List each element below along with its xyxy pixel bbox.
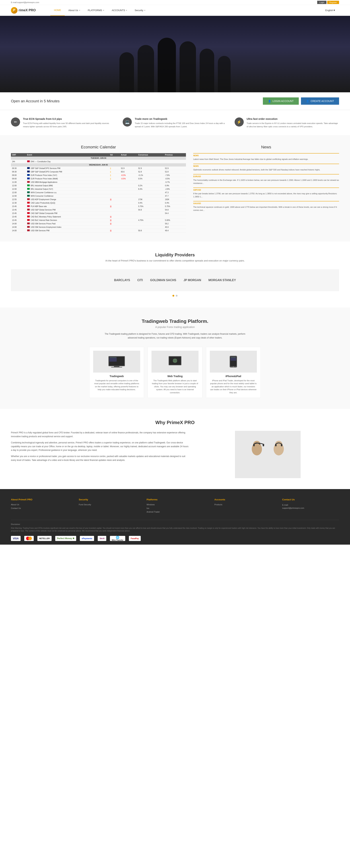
flag-cad3 bbox=[27, 216, 30, 217]
tw-mobile-image bbox=[210, 351, 257, 373]
table-row: 09:00 EUR Producer Price Index (YoY)||-8… bbox=[11, 174, 186, 177]
col-previous: Previous bbox=[164, 153, 186, 157]
svg-rect-3 bbox=[111, 367, 122, 367]
carousel-dots bbox=[11, 295, 339, 297]
feature-trade-text: Trade 15 major indices contracts includi… bbox=[135, 122, 227, 128]
footer-columns: About PrimeX PRO About Us Contact Us Sec… bbox=[11, 498, 339, 515]
tw-title: Tradingweb Trading Platform. bbox=[11, 318, 339, 324]
footer-link-products[interactable]: Products bbox=[214, 503, 271, 506]
table-row: WEDNESDAY, JUN 05 bbox=[11, 163, 186, 166]
why-para-2: Combining technological ingenuity and at… bbox=[11, 441, 189, 452]
table-row: 12:55 USD ADP Employment Change|||173K19… bbox=[11, 198, 186, 201]
flag-gbp bbox=[27, 167, 30, 169]
table-row: 13:45 USD S&P Global Services PMI54.854.… bbox=[11, 208, 186, 212]
liquidity-carousel: BARCLAYS CITI GOLDMAN SACHS JP MORGAN MO… bbox=[11, 269, 339, 291]
tw-description: The Tradingweb trading platform is desig… bbox=[102, 332, 248, 340]
flag-usd5 bbox=[27, 226, 30, 228]
create-account-button[interactable]: 👤 CREATE ACCOUNT bbox=[301, 97, 339, 105]
lp-provider-4: JP MORGAN bbox=[183, 279, 201, 282]
footer-link-android[interactable]: Android Trader bbox=[147, 511, 203, 513]
table-row: 09:00 EUR Producer Price Index (MoM)||-0… bbox=[11, 177, 186, 181]
dot-1[interactable] bbox=[172, 295, 174, 297]
create-icon: 👤 bbox=[306, 100, 309, 102]
table-row: 14:00 USD ISM Services PMI|||50.849.4 bbox=[11, 229, 186, 232]
login-account-button[interactable]: 👤 LOGIN ACCOUNT bbox=[263, 97, 299, 105]
hero-banner bbox=[0, 16, 350, 92]
account-title: Open an Account in 5 Minutes bbox=[11, 99, 60, 103]
footer-link-windows[interactable]: Windows bbox=[147, 503, 203, 506]
features-section: ✏ True ECN Spreads from 0.0 pips True EC… bbox=[0, 110, 350, 136]
mc-orange-circle bbox=[28, 537, 32, 540]
table-row: 13:45 PLN NBP Base rate|||5.75%5.75% bbox=[11, 205, 186, 208]
disclaimer-text: Risk Warning: Trading Forex and CFDs inv… bbox=[11, 527, 339, 532]
why-section: Why PrimeX PRO PrimeX PRO is a fully reg… bbox=[0, 409, 350, 489]
news-item-1: NEWS Latest news from Wall Street: The D… bbox=[193, 153, 339, 161]
table-row: TUESDAY, JUN 04 bbox=[11, 157, 186, 160]
table-row: 24h DKK — Constitution Day bbox=[11, 160, 186, 163]
execution-icon: ⚡ bbox=[235, 118, 244, 127]
flag-usd3 bbox=[27, 209, 30, 211]
why-title: Why PrimeX PRO bbox=[11, 420, 339, 425]
feature-execution-text: Trade servers in the Equinix in NY & Lon… bbox=[246, 122, 339, 128]
dot-2[interactable] bbox=[176, 295, 178, 297]
logo[interactable]: P rimeX PRO bbox=[11, 7, 36, 14]
news-item-2: NEWS Optimistic economic outlook drives … bbox=[193, 164, 339, 171]
news-section: News NEWS Latest news from Wall Street: … bbox=[193, 145, 339, 232]
feature-ecn-text: True ECN Pricing with added liquidity fr… bbox=[23, 122, 115, 128]
footer-link-contact-us[interactable]: Contact Us bbox=[11, 507, 68, 509]
nav-security[interactable]: Security ▼ bbox=[131, 5, 149, 16]
flag-usd4 bbox=[27, 222, 30, 224]
footer-link-fund-security[interactable]: Fund Security bbox=[79, 503, 136, 506]
tw-desktop-image bbox=[93, 351, 140, 373]
mobile-svg bbox=[228, 355, 239, 368]
logo-text: rimeX PRO bbox=[19, 8, 36, 12]
why-para-3: Whether you are a novice or professional… bbox=[11, 455, 189, 462]
globe-icon: 🌐 bbox=[116, 536, 119, 539]
topbar-login-button[interactable]: Login bbox=[317, 1, 326, 4]
news-title: News bbox=[193, 145, 339, 150]
table-row: 13:45 CAD BoC Monetary Policy Statement|… bbox=[11, 215, 186, 218]
language-dropdown-arrow: ▼ bbox=[333, 9, 336, 12]
flag-brl bbox=[27, 184, 30, 186]
flag-cad4 bbox=[27, 219, 30, 221]
topbar-register-button[interactable]: Register bbox=[327, 1, 339, 4]
nav-links: HOME About Us ▼ PLATFORMS ▼ ACCOUNTS ▼ S… bbox=[50, 5, 322, 16]
disclaimer-title: Disclaimer bbox=[11, 523, 339, 526]
payment-visa: VISA bbox=[11, 536, 21, 541]
liquidity-section: Liquidity Providers At the heart of Prim… bbox=[0, 242, 350, 308]
nav-platforms[interactable]: PLATFORMS ▼ bbox=[84, 5, 108, 16]
news-text-gbpusd: If the pair breaks below 1.3790, we can … bbox=[193, 192, 339, 198]
platforms-dropdown-arrow: ▼ bbox=[103, 9, 105, 11]
feature-ecn-title: True ECN Spreads from 0.0 pips bbox=[23, 118, 115, 120]
feature-ecn: ✏ True ECN Spreads from 0.0 pips True EC… bbox=[11, 118, 115, 128]
tw-card-web: Web Trading The Tradingweb Web platform … bbox=[148, 347, 202, 398]
nav-home[interactable]: HOME bbox=[50, 5, 65, 16]
svg-rect-2 bbox=[114, 366, 119, 367]
feature-trade-content: Trade more on Tradingweb Trade 15 major … bbox=[135, 118, 227, 128]
news-item-xauusd: XAUUSD The technical squeeze continues i… bbox=[193, 201, 339, 212]
flag-pln bbox=[27, 205, 30, 207]
nav-language[interactable]: English ▼ bbox=[322, 5, 339, 16]
economic-calendar-table: GMT Event Vol Actual Consensus Previous … bbox=[11, 153, 186, 232]
tw-web-title: Web Trading bbox=[151, 375, 199, 378]
table-row: 11:00 USD MBA Mortgage Applications-5.7% bbox=[11, 181, 186, 184]
calendar-title: Economic Calendar bbox=[11, 145, 186, 150]
footer-link-ios[interactable]: Ios bbox=[147, 507, 203, 509]
table-row: 12:30 CAD Labor Productivity (QoQ)0.4%0.… bbox=[11, 201, 186, 205]
topbar-buttons: Login Register bbox=[317, 1, 339, 4]
wire-transfer-content: 🌐 Wire Transfer bbox=[112, 536, 123, 541]
topbar-email: E-mail:support@primexpro.com bbox=[11, 1, 39, 3]
tw-platforms: Tradingweb Tradingweb for personal compu… bbox=[11, 347, 339, 398]
footer-col-platforms: Platforms Windows Ios Android Trader bbox=[147, 498, 203, 515]
feature-execution-title: Ultra fast order execution bbox=[246, 118, 339, 120]
news-text-2: Optimistic economic outlook drives marke… bbox=[193, 168, 339, 171]
security-dropdown-arrow: ▼ bbox=[144, 9, 146, 11]
nav-about[interactable]: About Us ▼ bbox=[65, 5, 84, 16]
news-item-eurusd: EURUSD The horizontality continues in th… bbox=[193, 174, 339, 185]
col-event: Event bbox=[26, 153, 109, 157]
flag-usd2 bbox=[27, 198, 30, 200]
nav-accounts[interactable]: ACCOUNTS ▼ bbox=[108, 5, 131, 16]
why-content: PrimeX PRO is a fully regulated global f… bbox=[11, 431, 339, 478]
footer-link-about-us[interactable]: About Us bbox=[11, 503, 68, 506]
flag-brl2 bbox=[27, 188, 30, 190]
